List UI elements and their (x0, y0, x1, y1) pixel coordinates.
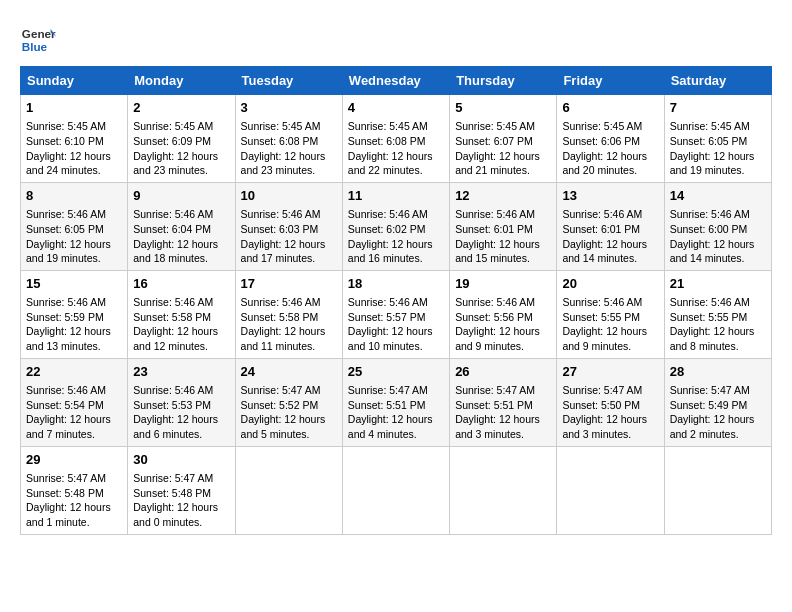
calendar-cell: 13Sunrise: 5:46 AMSunset: 6:01 PMDayligh… (557, 182, 664, 270)
sunset-text: Sunset: 6:08 PM (348, 135, 426, 147)
daylight-text: Daylight: 12 hours and 7 minutes. (26, 413, 111, 440)
day-number: 2 (133, 99, 229, 117)
calendar-table: SundayMondayTuesdayWednesdayThursdayFrid… (20, 66, 772, 535)
sunset-text: Sunset: 5:54 PM (26, 399, 104, 411)
daylight-text: Daylight: 12 hours and 2 minutes. (670, 413, 755, 440)
day-number: 11 (348, 187, 444, 205)
daylight-text: Daylight: 12 hours and 5 minutes. (241, 413, 326, 440)
sunrise-text: Sunrise: 5:45 AM (26, 120, 106, 132)
sunrise-text: Sunrise: 5:47 AM (241, 384, 321, 396)
sunrise-text: Sunrise: 5:45 AM (562, 120, 642, 132)
sunset-text: Sunset: 5:52 PM (241, 399, 319, 411)
day-number: 13 (562, 187, 658, 205)
calendar-cell: 20Sunrise: 5:46 AMSunset: 5:55 PMDayligh… (557, 270, 664, 358)
calendar-cell: 1Sunrise: 5:45 AMSunset: 6:10 PMDaylight… (21, 95, 128, 183)
daylight-text: Daylight: 12 hours and 14 minutes. (562, 238, 647, 265)
sunrise-text: Sunrise: 5:46 AM (562, 296, 642, 308)
day-number: 21 (670, 275, 766, 293)
sunset-text: Sunset: 5:51 PM (348, 399, 426, 411)
column-header-sunday: Sunday (21, 67, 128, 95)
calendar-cell: 17Sunrise: 5:46 AMSunset: 5:58 PMDayligh… (235, 270, 342, 358)
daylight-text: Daylight: 12 hours and 19 minutes. (670, 150, 755, 177)
sunrise-text: Sunrise: 5:45 AM (133, 120, 213, 132)
sunset-text: Sunset: 5:56 PM (455, 311, 533, 323)
column-header-thursday: Thursday (450, 67, 557, 95)
day-number: 16 (133, 275, 229, 293)
calendar-cell: 8Sunrise: 5:46 AMSunset: 6:05 PMDaylight… (21, 182, 128, 270)
sunset-text: Sunset: 5:49 PM (670, 399, 748, 411)
daylight-text: Daylight: 12 hours and 12 minutes. (133, 325, 218, 352)
sunset-text: Sunset: 5:48 PM (26, 487, 104, 499)
day-number: 18 (348, 275, 444, 293)
sunset-text: Sunset: 6:05 PM (26, 223, 104, 235)
day-number: 7 (670, 99, 766, 117)
calendar-cell: 26Sunrise: 5:47 AMSunset: 5:51 PMDayligh… (450, 358, 557, 446)
day-number: 23 (133, 363, 229, 381)
daylight-text: Daylight: 12 hours and 23 minutes. (241, 150, 326, 177)
sunrise-text: Sunrise: 5:45 AM (455, 120, 535, 132)
page-header: General Blue (20, 20, 772, 56)
daylight-text: Daylight: 12 hours and 17 minutes. (241, 238, 326, 265)
day-number: 3 (241, 99, 337, 117)
daylight-text: Daylight: 12 hours and 18 minutes. (133, 238, 218, 265)
sunset-text: Sunset: 6:07 PM (455, 135, 533, 147)
daylight-text: Daylight: 12 hours and 9 minutes. (455, 325, 540, 352)
sunrise-text: Sunrise: 5:46 AM (455, 296, 535, 308)
sunrise-text: Sunrise: 5:45 AM (670, 120, 750, 132)
day-number: 10 (241, 187, 337, 205)
day-number: 17 (241, 275, 337, 293)
sunrise-text: Sunrise: 5:46 AM (348, 296, 428, 308)
sunrise-text: Sunrise: 5:46 AM (26, 208, 106, 220)
sunrise-text: Sunrise: 5:46 AM (455, 208, 535, 220)
calendar-week-row: 1Sunrise: 5:45 AMSunset: 6:10 PMDaylight… (21, 95, 772, 183)
sunrise-text: Sunrise: 5:46 AM (26, 296, 106, 308)
calendar-cell (450, 446, 557, 534)
sunset-text: Sunset: 5:57 PM (348, 311, 426, 323)
sunset-text: Sunset: 5:55 PM (562, 311, 640, 323)
calendar-cell: 12Sunrise: 5:46 AMSunset: 6:01 PMDayligh… (450, 182, 557, 270)
calendar-cell: 5Sunrise: 5:45 AMSunset: 6:07 PMDaylight… (450, 95, 557, 183)
day-number: 22 (26, 363, 122, 381)
daylight-text: Daylight: 12 hours and 6 minutes. (133, 413, 218, 440)
calendar-cell: 11Sunrise: 5:46 AMSunset: 6:02 PMDayligh… (342, 182, 449, 270)
column-header-friday: Friday (557, 67, 664, 95)
sunrise-text: Sunrise: 5:46 AM (133, 296, 213, 308)
day-number: 20 (562, 275, 658, 293)
sunset-text: Sunset: 5:53 PM (133, 399, 211, 411)
calendar-cell (342, 446, 449, 534)
daylight-text: Daylight: 12 hours and 15 minutes. (455, 238, 540, 265)
sunset-text: Sunset: 5:51 PM (455, 399, 533, 411)
daylight-text: Daylight: 12 hours and 9 minutes. (562, 325, 647, 352)
daylight-text: Daylight: 12 hours and 1 minute. (26, 501, 111, 528)
calendar-cell: 24Sunrise: 5:47 AMSunset: 5:52 PMDayligh… (235, 358, 342, 446)
day-number: 5 (455, 99, 551, 117)
daylight-text: Daylight: 12 hours and 3 minutes. (455, 413, 540, 440)
daylight-text: Daylight: 12 hours and 14 minutes. (670, 238, 755, 265)
calendar-cell: 14Sunrise: 5:46 AMSunset: 6:00 PMDayligh… (664, 182, 771, 270)
sunrise-text: Sunrise: 5:47 AM (348, 384, 428, 396)
sunset-text: Sunset: 6:01 PM (562, 223, 640, 235)
calendar-cell: 22Sunrise: 5:46 AMSunset: 5:54 PMDayligh… (21, 358, 128, 446)
sunset-text: Sunset: 5:48 PM (133, 487, 211, 499)
calendar-cell: 23Sunrise: 5:46 AMSunset: 5:53 PMDayligh… (128, 358, 235, 446)
day-number: 14 (670, 187, 766, 205)
logo: General Blue (20, 20, 56, 56)
daylight-text: Daylight: 12 hours and 11 minutes. (241, 325, 326, 352)
daylight-text: Daylight: 12 hours and 3 minutes. (562, 413, 647, 440)
calendar-week-row: 15Sunrise: 5:46 AMSunset: 5:59 PMDayligh… (21, 270, 772, 358)
day-number: 24 (241, 363, 337, 381)
day-number: 19 (455, 275, 551, 293)
sunset-text: Sunset: 6:05 PM (670, 135, 748, 147)
daylight-text: Daylight: 12 hours and 4 minutes. (348, 413, 433, 440)
daylight-text: Daylight: 12 hours and 21 minutes. (455, 150, 540, 177)
sunrise-text: Sunrise: 5:46 AM (348, 208, 428, 220)
day-number: 9 (133, 187, 229, 205)
logo-icon: General Blue (20, 20, 56, 56)
day-number: 6 (562, 99, 658, 117)
sunset-text: Sunset: 5:58 PM (133, 311, 211, 323)
calendar-cell: 18Sunrise: 5:46 AMSunset: 5:57 PMDayligh… (342, 270, 449, 358)
sunrise-text: Sunrise: 5:46 AM (241, 296, 321, 308)
day-number: 1 (26, 99, 122, 117)
calendar-cell: 4Sunrise: 5:45 AMSunset: 6:08 PMDaylight… (342, 95, 449, 183)
day-number: 15 (26, 275, 122, 293)
